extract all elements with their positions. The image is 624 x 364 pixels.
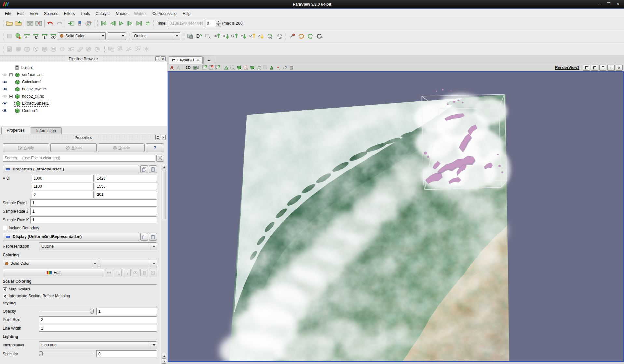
vcr-loop-icon[interactable] xyxy=(143,19,152,28)
voi-i-min-input[interactable] xyxy=(32,175,94,182)
sample-rate-i-input[interactable] xyxy=(30,199,157,207)
rescale-to-temporal-range-icon[interactable]: t xyxy=(40,32,49,40)
menu-tools[interactable]: Tools xyxy=(78,10,93,17)
connect-server-icon[interactable] xyxy=(25,19,34,28)
map-scalars-row[interactable]: Map Scalars xyxy=(3,287,157,291)
adjust-camera-icon[interactable] xyxy=(288,32,297,40)
interpolate-scalars-checkbox[interactable] xyxy=(3,294,7,298)
menu-file[interactable]: File xyxy=(2,10,14,17)
vcr-last-frame-icon[interactable] xyxy=(134,19,143,28)
properties-scrollbar[interactable] xyxy=(161,164,167,364)
menu-filters[interactable]: Filters xyxy=(61,10,78,17)
search-options-button[interactable] xyxy=(156,155,164,162)
zoom-box-minus-icon[interactable] xyxy=(208,65,214,71)
select-points-rect-icon[interactable] xyxy=(229,65,236,71)
minimize-button[interactable]: – xyxy=(596,1,603,7)
float-panel-icon[interactable] xyxy=(155,135,160,140)
rescale-to-visible-range-icon[interactable] xyxy=(49,32,58,40)
roll-camera-icon[interactable] xyxy=(314,32,323,40)
line-width-input[interactable] xyxy=(39,325,157,332)
vcr-play-icon[interactable] xyxy=(117,19,126,28)
save-data-icon[interactable] xyxy=(14,19,22,28)
delete-button[interactable]: Delete xyxy=(98,143,145,152)
opacity-slider[interactable] xyxy=(39,308,94,314)
specular-slider-handle[interactable] xyxy=(39,351,43,356)
visibility-eye-icon[interactable] xyxy=(2,80,7,84)
rotate-camera-cw-icon[interactable] xyxy=(297,32,306,40)
visibility-eye-icon[interactable] xyxy=(2,87,7,91)
tab-properties[interactable]: Properties xyxy=(1,127,30,134)
opacity-slider-handle[interactable] xyxy=(90,309,94,314)
voi-j-min-input[interactable] xyxy=(32,183,94,190)
float-panel-icon[interactable] xyxy=(155,56,160,61)
voi-k-min-input[interactable] xyxy=(32,191,94,198)
view-minus-x-icon[interactable]: -X xyxy=(221,32,230,40)
menu-coprocessing[interactable]: CoProcessing xyxy=(149,10,180,17)
view-plus-x-icon[interactable]: +X xyxy=(212,32,221,40)
pipeline-item-contour1[interactable]: Contour1 xyxy=(0,107,167,114)
properties-titlebar[interactable]: Properties ✕ xyxy=(0,134,167,141)
scroll-down-icon[interactable] xyxy=(162,358,166,364)
view-minus-y-icon[interactable]: -Y xyxy=(239,32,247,40)
rotate-90-cw-icon[interactable]: +90 xyxy=(265,32,275,40)
close-panel-icon[interactable]: ✕ xyxy=(161,56,166,61)
interactive-select-cells-icon[interactable] xyxy=(269,65,275,71)
vcr-first-frame-icon[interactable] xyxy=(99,19,108,28)
voi-k-max-input[interactable] xyxy=(95,191,157,198)
tab-layout-1[interactable]: Layout #1 ✕ xyxy=(169,56,203,64)
map-scalars-checkbox[interactable] xyxy=(3,287,7,291)
scroll-up-icon[interactable] xyxy=(162,164,166,169)
select-points-poly-icon[interactable] xyxy=(243,65,249,71)
include-boundary-row[interactable]: Include Boundary xyxy=(3,226,157,230)
vcr-next-frame-icon[interactable] xyxy=(126,19,134,28)
tab-information[interactable]: Information xyxy=(31,127,62,134)
selected-pipeline-item[interactable]: ExtractSubset1 xyxy=(14,101,50,107)
pipeline-item-hdcp2-cli[interactable]: hdcp2_cli.nc xyxy=(0,93,167,100)
visibility-eye-icon[interactable] xyxy=(2,73,7,77)
edit-interaction-icon[interactable] xyxy=(169,65,175,71)
menu-macros[interactable]: Macros xyxy=(113,10,131,17)
menu-catalyst[interactable]: Catalyst xyxy=(93,10,113,17)
menu-edit[interactable]: Edit xyxy=(14,10,27,17)
hover-query-icon[interactable]: ? xyxy=(282,65,288,71)
representation-combo[interactable]: Outline xyxy=(132,32,180,40)
frame-up-icon[interactable] xyxy=(216,20,221,24)
toolbar-handle[interactable] xyxy=(183,33,185,40)
interactive-select-points-icon[interactable] xyxy=(275,65,282,71)
close-tab-icon[interactable]: ✕ xyxy=(197,59,199,62)
specular-slider[interactable] xyxy=(39,351,94,357)
view-plus-y-icon[interactable]: +Y xyxy=(230,32,239,40)
select-view-icon[interactable] xyxy=(186,32,195,40)
select-cells-frustum-icon[interactable] xyxy=(249,65,256,71)
select-points-frustum-icon[interactable] xyxy=(256,65,262,71)
color-palette-icon[interactable] xyxy=(84,19,93,28)
float-view-icon[interactable] xyxy=(607,65,615,71)
frame-input[interactable] xyxy=(206,20,216,27)
search-input[interactable] xyxy=(3,155,155,162)
visibility-eye-icon[interactable] xyxy=(2,109,7,113)
representation-select[interactable]: Outline xyxy=(39,242,157,250)
edit-color-map-button[interactable]: Edit xyxy=(3,269,104,276)
close-view-icon[interactable]: ✕ xyxy=(616,65,623,71)
edit-color-map-icon[interactable] xyxy=(14,32,22,40)
render-view-name[interactable]: RenderView1 xyxy=(555,65,579,70)
rotate-camera-ccw-icon[interactable] xyxy=(306,32,314,40)
toolbar-handle[interactable] xyxy=(104,46,106,53)
undo-icon[interactable] xyxy=(46,19,55,28)
pipeline-item-extractsubset1-selected[interactable]: ExtractSubset1 xyxy=(0,100,167,107)
point-size-input[interactable] xyxy=(39,316,157,323)
zoom-box-plus-icon[interactable] xyxy=(201,65,208,71)
pipeline-item-hdcp2-clw[interactable]: hdcp2_clw.nc xyxy=(0,86,167,93)
tree-expander-icon[interactable] xyxy=(9,73,13,76)
toolbar-handle[interactable] xyxy=(2,20,4,27)
clear-selection-icon[interactable] xyxy=(288,65,295,71)
split-vertical-icon[interactable] xyxy=(591,65,598,71)
close-button[interactable]: ✕ xyxy=(614,1,621,7)
zoom-to-box-icon[interactable] xyxy=(214,65,221,71)
section-properties-header[interactable]: Properties (ExtractSubset1) xyxy=(3,165,139,173)
pipeline-browser-titlebar[interactable]: Pipeline Browser ✕ xyxy=(0,56,167,62)
apply-button[interactable]: Apply xyxy=(3,143,49,152)
interpolation-select[interactable]: Gouraud xyxy=(39,341,157,349)
menu-help[interactable]: Help xyxy=(180,10,194,17)
copy-display-icon[interactable] xyxy=(140,233,148,241)
